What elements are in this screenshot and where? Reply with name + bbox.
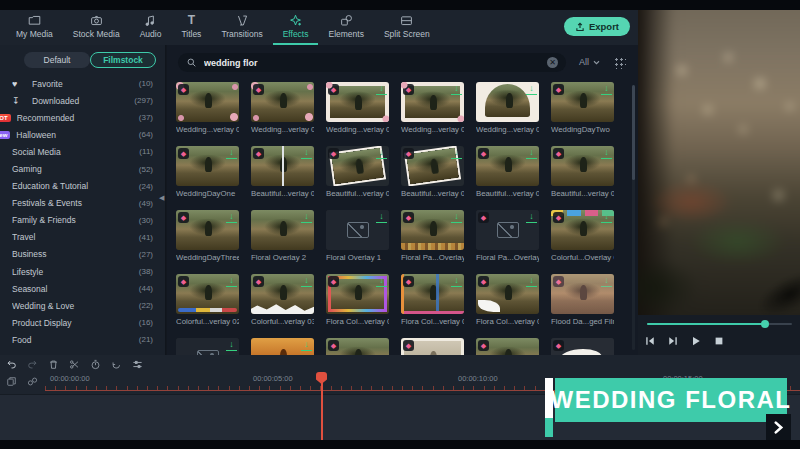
- category-item[interactable]: HOT Recommended (37): [0, 109, 165, 126]
- download-icon[interactable]: ↓: [451, 83, 462, 95]
- tab-effects[interactable]: Effects: [273, 10, 319, 45]
- effect-card[interactable]: ◆ ↓ Floral Overlay 1: [326, 210, 389, 263]
- download-icon[interactable]: ↓: [376, 147, 387, 159]
- preview-video[interactable]: [638, 10, 800, 315]
- tab-filmstock[interactable]: Filmstock: [90, 52, 156, 68]
- filter-dropdown[interactable]: All: [579, 57, 600, 67]
- category-item[interactable]: Product Display (16): [0, 314, 165, 331]
- effect-card[interactable]: ◆ ↓ Floral Overlay 2: [251, 210, 314, 263]
- seek-knob[interactable]: [761, 320, 769, 328]
- download-icon[interactable]: ↓: [301, 211, 312, 223]
- tab-my-media[interactable]: My Media: [6, 10, 63, 45]
- download-icon[interactable]: ↓: [526, 83, 537, 95]
- download-icon[interactable]: ↓: [226, 275, 237, 287]
- effect-card[interactable]: ◆ ↓ Beautiful...verlay 04: [476, 146, 539, 199]
- category-item[interactable]: Downloaded (297): [0, 92, 165, 109]
- download-icon[interactable]: ↓: [526, 275, 537, 287]
- clear-search-icon[interactable]: ✕: [547, 57, 558, 68]
- next-chevron-button[interactable]: [766, 414, 791, 440]
- speed-timer-icon[interactable]: [90, 359, 101, 370]
- effect-card[interactable]: ◆ ↓: [251, 338, 314, 355]
- download-icon[interactable]: ↓: [526, 147, 537, 159]
- download-icon[interactable]: ↓: [601, 147, 612, 159]
- category-item[interactable]: Business (27): [0, 246, 165, 263]
- download-icon[interactable]: ↓: [301, 339, 312, 351]
- category-item[interactable]: Education & Tutorial (24): [0, 178, 165, 195]
- effect-card[interactable]: ◆ ↓: [401, 338, 464, 355]
- effect-card[interactable]: ◆ ↓: [476, 338, 539, 355]
- effect-card[interactable]: ◆ ↓: [326, 338, 389, 355]
- delete-icon[interactable]: [48, 359, 59, 370]
- effect-card[interactable]: ◆ ↓ Wedding...verlay 01: [176, 82, 239, 135]
- download-icon[interactable]: ↓: [226, 339, 237, 351]
- effect-card[interactable]: ◆ ↓: [551, 338, 614, 355]
- effect-card[interactable]: ◆ ↓ Floral Pa...Overlay2: [401, 210, 464, 263]
- effect-card[interactable]: ◆ ↓ Wedding...verlay 02: [401, 82, 464, 135]
- category-item[interactable]: Lifestyle (38): [0, 263, 165, 280]
- effect-card[interactable]: ◆ ↓ Beautiful...verlay 02: [326, 146, 389, 199]
- previous-frame-button[interactable]: [644, 335, 656, 347]
- category-item[interactable]: Family & Friends (30): [0, 212, 165, 229]
- effect-card[interactable]: ◆ ↓ Beautiful...verlay 01: [251, 146, 314, 199]
- download-icon[interactable]: ↓: [301, 275, 312, 287]
- sidebar-collapse-icon[interactable]: ◀: [159, 191, 166, 205]
- download-icon[interactable]: ↓: [226, 211, 237, 223]
- tab-default[interactable]: Default: [24, 52, 90, 68]
- effect-card[interactable]: ◆ ↓ Wedding...verlay 01: [326, 82, 389, 135]
- play-button[interactable]: [690, 335, 702, 347]
- category-item[interactable]: Festivals & Events (49): [0, 195, 165, 212]
- category-item[interactable]: Favorite (10): [0, 75, 165, 92]
- effect-card[interactable]: ◆ ↓ WeddingDayTwo: [551, 82, 614, 135]
- adjust-sliders-icon[interactable]: [132, 359, 143, 370]
- download-icon[interactable]: ↓: [301, 147, 312, 159]
- grid-view-icon[interactable]: [613, 56, 626, 69]
- download-icon[interactable]: ↓: [451, 275, 462, 287]
- effect-card[interactable]: ◆ ↓ Flora Col...verlay 01: [326, 274, 389, 327]
- tab-audio[interactable]: Audio: [130, 10, 172, 45]
- effect-card[interactable]: ◆ ↓ Flora Col...verlay 03: [476, 274, 539, 327]
- effect-card[interactable]: ◆ ↓ Wedding...verlay 02: [251, 82, 314, 135]
- effect-card[interactable]: ◆ ↓ Flora Col...verlay 02: [401, 274, 464, 327]
- stop-button[interactable]: [713, 335, 725, 347]
- download-icon[interactable]: ↓: [226, 147, 237, 159]
- download-icon[interactable]: ↓: [601, 83, 612, 95]
- export-button[interactable]: Export: [564, 17, 630, 36]
- download-icon[interactable]: ↓: [601, 211, 612, 223]
- effect-card[interactable]: ◆ ↓ WeddingDayOne: [176, 146, 239, 199]
- effect-card[interactable]: ◆ ↓ Wedding...verlay 03: [476, 82, 539, 135]
- download-icon[interactable]: ↓: [526, 211, 537, 223]
- download-icon[interactable]: ↓: [376, 83, 387, 95]
- undo-icon[interactable]: [6, 359, 17, 370]
- effect-card[interactable]: ◆ ↓ Beautiful...verlay 03: [401, 146, 464, 199]
- scrollbar-thumb[interactable]: [632, 85, 635, 180]
- effect-card[interactable]: ◆ ↓ Floral Pa...Overlay1: [476, 210, 539, 263]
- effect-card[interactable]: ◆ ↓ Colorful...verlay 02: [176, 274, 239, 327]
- effect-card[interactable]: ◆ ↓ Colorful...verlay 03: [251, 274, 314, 327]
- category-item[interactable]: Social Media (11): [0, 143, 165, 160]
- tab-stock-media[interactable]: Stock Media: [63, 10, 130, 45]
- category-item[interactable]: Gaming (52): [0, 160, 165, 177]
- tab-titles[interactable]: T Titles: [171, 10, 211, 45]
- search-input[interactable]: [202, 57, 547, 69]
- effect-card[interactable]: ◆ ↓: [176, 338, 239, 355]
- category-item[interactable]: Food (21): [0, 331, 165, 348]
- category-item[interactable]: Travel (41): [0, 229, 165, 246]
- effect-card[interactable]: ◆ ↓ Colorful...Overlay 01: [551, 210, 614, 263]
- effect-card[interactable]: ◆ ↓ Beautiful...verlay 05: [551, 146, 614, 199]
- category-item[interactable]: New Halloween (64): [0, 126, 165, 143]
- download-icon[interactable]: ↓: [451, 211, 462, 223]
- download-icon[interactable]: ↓: [376, 211, 387, 223]
- download-icon[interactable]: ↓: [601, 275, 612, 287]
- rotate-icon[interactable]: [111, 359, 122, 370]
- category-item[interactable]: Seasonal (44): [0, 280, 165, 297]
- split-scissors-icon[interactable]: [69, 359, 80, 370]
- redo-icon[interactable]: [27, 359, 38, 370]
- tab-transitions[interactable]: Transitions: [211, 10, 272, 45]
- category-item[interactable]: Wedding & Love (22): [0, 297, 165, 314]
- download-icon[interactable]: ↓: [376, 275, 387, 287]
- next-frame-button[interactable]: [667, 335, 679, 347]
- tab-split-screen[interactable]: Split Screen: [374, 10, 440, 45]
- effect-card[interactable]: ◆ ↓ WeddingDayThree: [176, 210, 239, 263]
- effect-card[interactable]: ◆ ↓ Flood Da...ged Film: [551, 274, 614, 327]
- download-icon[interactable]: ↓: [451, 147, 462, 159]
